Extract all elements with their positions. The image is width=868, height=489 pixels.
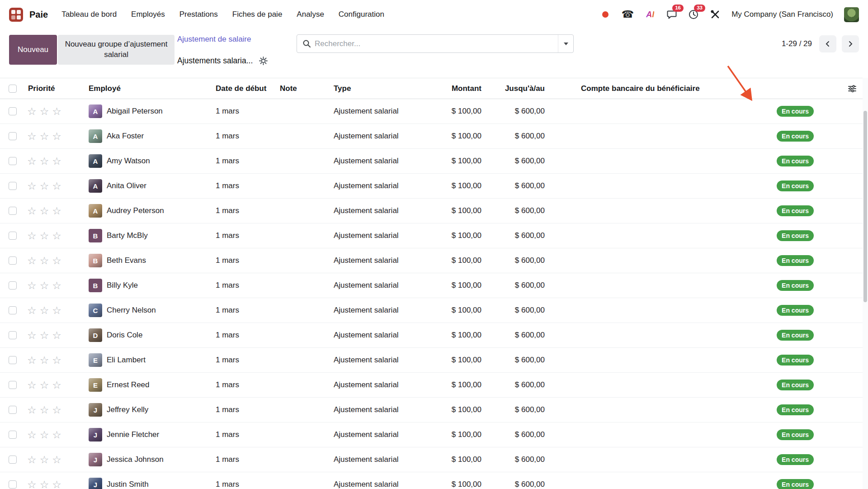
star-icon[interactable]: ☆ bbox=[52, 380, 61, 390]
star-icon[interactable]: ☆ bbox=[40, 405, 49, 415]
menu-employes[interactable]: Employés bbox=[131, 10, 165, 19]
new-button[interactable]: Nouveau bbox=[9, 35, 57, 65]
header-until[interactable]: Jusqu'à/au bbox=[486, 84, 549, 93]
star-icon[interactable]: ☆ bbox=[40, 156, 49, 166]
star-icon[interactable]: ☆ bbox=[52, 256, 61, 266]
phone-icon[interactable]: ☎ bbox=[622, 8, 634, 21]
row-checkbox[interactable] bbox=[9, 356, 17, 364]
row-checkbox[interactable] bbox=[9, 306, 17, 314]
new-group-button[interactable]: Nouveau groupe d’ajustement salarial bbox=[58, 35, 175, 65]
table-row[interactable]: ☆ ☆ ☆ A Anita Oliver 1 mars Ajustement s… bbox=[0, 174, 868, 199]
star-icon[interactable]: ☆ bbox=[27, 330, 37, 341]
table-row[interactable]: ☆ ☆ ☆ E Ernest Reed 1 mars Ajustement sa… bbox=[0, 373, 868, 398]
star-icon[interactable]: ☆ bbox=[52, 206, 61, 216]
star-icon[interactable]: ☆ bbox=[40, 480, 49, 489]
star-icon[interactable]: ☆ bbox=[52, 430, 61, 440]
table-row[interactable]: ☆ ☆ ☆ J Jeffrey Kelly 1 mars Ajustement … bbox=[0, 398, 868, 423]
star-icon[interactable]: ☆ bbox=[52, 355, 61, 366]
search-dropdown-toggle[interactable] bbox=[558, 35, 573, 52]
row-checkbox[interactable] bbox=[9, 480, 17, 489]
menu-analyse[interactable]: Analyse bbox=[297, 10, 324, 19]
pager-previous-button[interactable] bbox=[819, 35, 836, 52]
star-icon[interactable]: ☆ bbox=[52, 181, 61, 191]
header-note[interactable]: Note bbox=[280, 84, 334, 93]
row-checkbox[interactable] bbox=[9, 331, 17, 339]
table-row[interactable]: ☆ ☆ ☆ E Eli Lambert 1 mars Ajustement sa… bbox=[0, 348, 868, 373]
star-icon[interactable]: ☆ bbox=[40, 206, 49, 216]
star-icon[interactable]: ☆ bbox=[27, 480, 37, 489]
star-icon[interactable]: ☆ bbox=[52, 480, 61, 489]
menu-prestations[interactable]: Prestations bbox=[179, 10, 218, 19]
table-row[interactable]: ☆ ☆ ☆ A Abigail Peterson 1 mars Ajusteme… bbox=[0, 99, 868, 124]
star-icon[interactable]: ☆ bbox=[40, 430, 49, 440]
star-icon[interactable]: ☆ bbox=[27, 355, 37, 366]
star-icon[interactable]: ☆ bbox=[27, 380, 37, 390]
star-icon[interactable]: ☆ bbox=[40, 280, 49, 291]
star-icon[interactable]: ☆ bbox=[52, 405, 61, 415]
menu-fiches-de-paie[interactable]: Fiches de paie bbox=[232, 10, 283, 19]
star-icon[interactable]: ☆ bbox=[52, 455, 61, 465]
star-icon[interactable]: ☆ bbox=[52, 330, 61, 341]
header-priority[interactable]: Priorité bbox=[25, 84, 89, 93]
table-row[interactable]: ☆ ☆ ☆ J Jennie Fletcher 1 mars Ajustemen… bbox=[0, 423, 868, 447]
actions-gear-icon[interactable] bbox=[259, 57, 268, 65]
star-icon[interactable]: ☆ bbox=[40, 256, 49, 266]
record-indicator-icon[interactable] bbox=[600, 8, 611, 21]
star-icon[interactable]: ☆ bbox=[52, 106, 61, 117]
table-row[interactable]: ☆ ☆ ☆ A Aka Foster 1 mars Ajustement sal… bbox=[0, 124, 868, 149]
row-checkbox[interactable] bbox=[9, 157, 17, 165]
star-icon[interactable]: ☆ bbox=[27, 280, 37, 291]
star-icon[interactable]: ☆ bbox=[40, 131, 49, 142]
app-name[interactable]: Paie bbox=[29, 9, 48, 20]
star-icon[interactable]: ☆ bbox=[27, 156, 37, 166]
row-checkbox[interactable] bbox=[9, 281, 17, 290]
star-icon[interactable]: ☆ bbox=[40, 106, 49, 117]
activities-clock-icon[interactable]: 33 bbox=[688, 8, 699, 21]
header-start-date[interactable]: Date de début bbox=[216, 84, 280, 93]
star-icon[interactable]: ☆ bbox=[27, 305, 37, 316]
header-employee[interactable]: Employé bbox=[89, 84, 216, 93]
table-row[interactable]: ☆ ☆ ☆ D Doris Cole 1 mars Ajustement sal… bbox=[0, 323, 868, 348]
apps-menu[interactable]: Paie bbox=[9, 8, 48, 22]
star-icon[interactable]: ☆ bbox=[52, 131, 61, 142]
row-checkbox[interactable] bbox=[9, 456, 17, 464]
table-row[interactable]: ☆ ☆ ☆ B Barty McBly 1 mars Ajustement sa… bbox=[0, 223, 868, 248]
company-switcher[interactable]: My Company (San Francisco) bbox=[731, 10, 833, 19]
messages-icon[interactable]: 16 bbox=[666, 8, 677, 21]
tools-icon[interactable] bbox=[710, 8, 721, 21]
table-row[interactable]: ☆ ☆ ☆ B Billy Kyle 1 mars Ajustement sal… bbox=[0, 273, 868, 298]
search-input[interactable] bbox=[315, 39, 558, 48]
star-icon[interactable]: ☆ bbox=[52, 280, 61, 291]
row-checkbox[interactable] bbox=[9, 381, 17, 389]
star-icon[interactable]: ☆ bbox=[52, 305, 61, 316]
row-checkbox[interactable] bbox=[9, 232, 17, 240]
star-icon[interactable]: ☆ bbox=[27, 256, 37, 266]
star-icon[interactable]: ☆ bbox=[52, 231, 61, 241]
star-icon[interactable]: ☆ bbox=[27, 206, 37, 216]
star-icon[interactable]: ☆ bbox=[27, 181, 37, 191]
select-all-checkbox[interactable] bbox=[9, 85, 17, 93]
star-icon[interactable]: ☆ bbox=[40, 181, 49, 191]
star-icon[interactable]: ☆ bbox=[27, 131, 37, 142]
star-icon[interactable]: ☆ bbox=[27, 405, 37, 415]
breadcrumb-parent[interactable]: Ajustement de salaire bbox=[177, 35, 251, 44]
star-icon[interactable]: ☆ bbox=[40, 455, 49, 465]
header-bank-account[interactable]: Compte bancaire du bénéficiaire bbox=[549, 84, 773, 93]
table-row[interactable]: ☆ ☆ ☆ J Justin Smith 1 mars Ajustement s… bbox=[0, 472, 868, 489]
menu-tableau-de-bord[interactable]: Tableau de bord bbox=[61, 10, 117, 19]
star-icon[interactable]: ☆ bbox=[40, 330, 49, 341]
table-row[interactable]: ☆ ☆ ☆ A Audrey Peterson 1 mars Ajustemen… bbox=[0, 199, 868, 223]
pager-next-button[interactable] bbox=[842, 35, 859, 52]
star-icon[interactable]: ☆ bbox=[40, 231, 49, 241]
app-logo-icon[interactable] bbox=[9, 8, 23, 22]
star-icon[interactable]: ☆ bbox=[27, 455, 37, 465]
header-amount[interactable]: Montant bbox=[432, 84, 486, 93]
row-checkbox[interactable] bbox=[9, 256, 17, 265]
star-icon[interactable]: ☆ bbox=[27, 106, 37, 117]
star-icon[interactable]: ☆ bbox=[40, 380, 49, 390]
scrollbar-thumb[interactable] bbox=[863, 111, 867, 302]
star-icon[interactable]: ☆ bbox=[40, 355, 49, 366]
table-row[interactable]: ☆ ☆ ☆ A Amy Watson 1 mars Ajustement sal… bbox=[0, 149, 868, 174]
header-type[interactable]: Type bbox=[334, 84, 432, 93]
star-icon[interactable]: ☆ bbox=[40, 305, 49, 316]
